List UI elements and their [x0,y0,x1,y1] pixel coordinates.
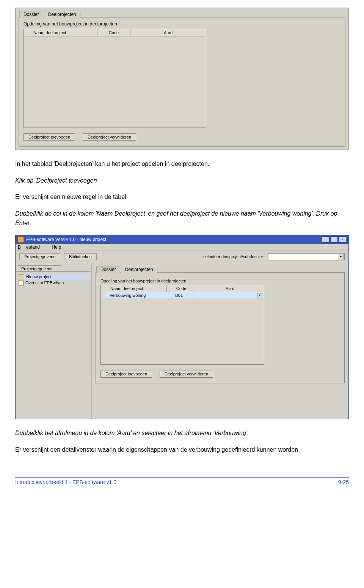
page-footer: Introductievoorbeeld 1 - EPB-software v1… [15,477,349,485]
table-row[interactable]: Verbouwing woning D01 ▼ [101,292,264,298]
tree-item-overzicht[interactable]: Overzicht EPB-eisen [18,280,89,286]
cell-code[interactable]: D01 [165,292,193,298]
col-naam[interactable]: Naam deelproject [30,29,97,36]
chevron-down-icon: ▼ [257,293,262,298]
add-deelproject-button[interactable]: Deelproject toevoegen [24,133,75,141]
paragraph-5: Dubbelklik het afrolmenu in de kolom 'Aa… [15,428,349,438]
table-body-empty[interactable] [24,36,206,128]
folder-icon [19,274,24,279]
sidebar-tab-projectgegevens[interactable]: Projectgegevens [18,265,61,272]
cell-aard[interactable]: ▼ [193,292,264,298]
subdossier-select[interactable]: ▼ [268,253,345,260]
toolbar-projectgegevens-button[interactable]: Projectgegevens [19,253,60,260]
cell-naam[interactable]: Verbouwing woning [107,292,165,298]
col-aard[interactable]: Aard [196,285,264,292]
page-icon [19,280,24,286]
minimize-button[interactable]: _ [322,236,329,243]
toolbar-select-label: selecteer deelproject/subdossier: [203,254,264,259]
footer-right: 9-25 [338,479,349,485]
app-window: EPB-software Versie 1.0 - nieuw project … [15,235,349,419]
screenshot-panel-1: Dossier Deelprojecten Opdeling van het b… [15,8,349,150]
remove-deelproject-button[interactable]: Deelproject verwijderen [83,133,136,141]
col-naam[interactable]: Naam deelproject [107,285,167,292]
window-title: EPB-software Versie 1.0 - nieuw project [26,237,106,242]
paragraph-4: Dubbelklik de cel in de kolom 'Naam Deel… [15,209,349,228]
group-label: Opdeling van het bouwproject in deelproj… [24,21,340,27]
col-aard[interactable]: Aard [130,29,206,36]
tab-dossier[interactable]: Dossier [19,11,43,18]
tree-item-nieuw-project[interactable]: Nieuw project [18,274,89,280]
menu-bestand[interactable]: Bestand [18,244,45,250]
group-label: Opdeling van het bouwproject in deelproj… [100,279,340,283]
tree-item-label: Overzicht EPB-eisen [25,281,64,285]
titlebar: EPB-software Versie 1.0 - nieuw project … [16,235,348,244]
sidebar: Projectgegevens Nieuw project Overzicht … [16,263,92,419]
paragraph-1: In het tabblad 'Deelprojecten' kan u het… [15,159,349,169]
paragraph-6: Er verschijnt een detailvenster waarin d… [15,445,349,455]
menubar: Bestand Help [16,244,348,251]
close-button[interactable]: × [339,236,346,243]
tree-item-label: Nieuw project [26,274,52,279]
footer-left: Introductievoorbeeld 1 - EPB-software v1… [15,479,116,485]
paragraph-2: Klik op 'Deelproject toevoegen' [15,176,349,186]
app-icon [18,236,24,243]
tab-deelprojecten[interactable]: Deelprojecten [44,11,80,18]
remove-deelproject-button[interactable]: Deelproject verwijderen [160,370,213,378]
tab-dossier[interactable]: Dossier [96,266,120,273]
deelprojecten-table: Naam deelproject Code Aard [24,29,206,128]
chevron-down-icon: ▼ [338,254,344,260]
row-header-blank [24,29,30,36]
add-deelproject-button[interactable]: Deelproject toevoegen [100,370,152,378]
col-code[interactable]: Code [167,285,196,292]
row-header-blank [101,285,107,292]
paragraph-3: Er verschijnt een nieuwe regel in de tab… [15,192,349,202]
deelprojecten-table: Naam deelproject Code Aard Verbouwing wo… [100,285,264,365]
tab-deelprojecten[interactable]: Deelprojecten [121,266,157,273]
col-code[interactable]: Code [97,29,130,36]
menu-help[interactable]: Help [52,244,61,250]
maximize-button[interactable]: □ [330,236,338,243]
toolbar-bibliotheken-button[interactable]: Bibliotheken [64,253,97,260]
